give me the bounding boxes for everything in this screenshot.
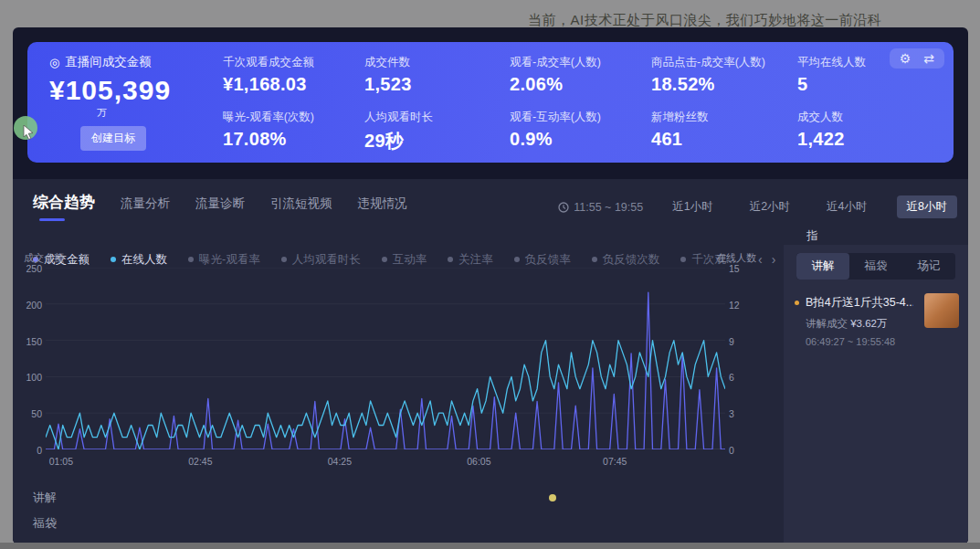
axis-tick-label: 150 xyxy=(26,335,42,346)
kpi-metric: 成交人数 1,422 xyxy=(797,110,936,150)
kpi-main-unit: 万 xyxy=(97,106,223,120)
cursor-highlight xyxy=(14,116,37,140)
tab-short-video[interactable]: 引流短视频 xyxy=(270,195,332,220)
trend-chart xyxy=(46,268,725,449)
kpi-column: 观看-成交率(人数) 2.06% 观看-互动率(人数) 0.9% xyxy=(510,55,648,150)
left-axis-ticks: 050100150200250 xyxy=(13,268,42,449)
legend-dot xyxy=(514,257,520,262)
clock-icon xyxy=(558,202,569,213)
legend-item-interaction[interactable]: 互动率 xyxy=(382,252,427,268)
range-2h-button[interactable]: 近2小时 xyxy=(743,195,797,218)
side-tab-scene-log[interactable]: 场记 xyxy=(902,253,955,280)
bottom-edge xyxy=(0,543,980,549)
product-thumbnail xyxy=(924,293,959,328)
kpi-main-metric: ◎ 直播间成交金额 ¥105,399 万 创建目标 xyxy=(49,54,223,151)
legend-item-negative-rate[interactable]: 负反馈率 xyxy=(514,252,571,268)
kpi-metric: 成交件数 1,523 xyxy=(364,55,503,95)
product-title: B拍4斤送1斤共35-4... xyxy=(806,295,913,311)
legend-dot xyxy=(592,257,597,262)
legend-item-exposure-view[interactable]: 曝光-观看率 xyxy=(188,252,260,268)
dashboard-panel: ◎ 直播间成交金额 ¥105,399 万 创建目标 千次观看成交金额 ¥1,16… xyxy=(13,27,968,544)
kpi-main-label: 直播间成交金额 xyxy=(65,54,152,70)
tab-traffic-analysis[interactable]: 流量分析 xyxy=(121,195,170,220)
gear-icon[interactable]: ⚙ xyxy=(900,51,912,66)
x-axis-tick-label: 01:05 xyxy=(49,456,73,467)
kpi-metric: 观看-成交率(人数) 2.06% xyxy=(510,55,648,95)
target-icon: ◎ xyxy=(49,56,59,69)
legend-dot xyxy=(281,257,287,262)
x-axis-tick-label: 06:05 xyxy=(467,456,490,467)
section-tabs: 综合趋势 流量分析 流量诊断 引流短视频 违规情况 xyxy=(33,192,407,221)
side-panel: 讲解 福袋 场记 B拍4斤送1斤共35-4... 讲解成交 ¥3.62万 06:… xyxy=(784,245,968,544)
side-panel-tabs: 讲解 福袋 场记 xyxy=(796,253,955,280)
legend-item-online[interactable]: 在线人数 xyxy=(111,252,167,268)
legend-item-negative-count[interactable]: 负反馈次数 xyxy=(592,252,660,268)
legend-dot xyxy=(680,257,686,262)
legend-dot xyxy=(188,257,194,262)
legend-dot xyxy=(448,257,453,262)
x-axis-tick-label: 07:45 xyxy=(603,456,627,467)
chart-canvas xyxy=(46,268,725,449)
create-goal-button[interactable]: 创建目标 xyxy=(80,126,146,151)
axis-tick-label: 3 xyxy=(729,408,734,419)
x-axis-ticks: 01:0502:4504:2506:0507:45 xyxy=(46,456,725,469)
range-8h-button[interactable]: 近8小时 xyxy=(897,195,957,218)
screen: 当前，AI技术正处于风口浪尖，我们巧妙地将这一前沿科 ◎ 直播间成交金额 ¥10… xyxy=(0,0,980,549)
kpi-metric: 曝光-观看率(次数) 17.08% xyxy=(223,110,362,150)
axis-tick-label: 100 xyxy=(26,372,42,383)
kpi-metric: 观看-互动率(人数) 0.9% xyxy=(510,110,648,150)
legend-dot xyxy=(382,257,387,262)
product-deal-value: ¥3.62万 xyxy=(850,318,887,329)
legend-dot xyxy=(111,257,116,262)
mouse-pointer-icon xyxy=(23,125,36,140)
range-1h-button[interactable]: 近1小时 xyxy=(665,195,720,218)
side-tab-lucky-bag[interactable]: 福袋 xyxy=(849,253,902,280)
legend-pager: ‹ › xyxy=(758,252,775,267)
time-range-row: 11:55 ~ 19:55 近1小时 近2小时 近4小时 近8小时 xyxy=(558,195,957,218)
track-label-explain: 讲解 xyxy=(33,490,57,506)
time-range-label: 11:55 ~ 19:55 xyxy=(558,201,643,214)
kpi-panel: ◎ 直播间成交金额 ¥105,399 万 创建目标 千次观看成交金额 ¥1,16… xyxy=(27,42,954,163)
kpi-column: 商品点击-成交率(人数) 18.52% 新增粉丝数 461 xyxy=(651,55,790,150)
series-line-right xyxy=(46,341,725,449)
axis-tick-label: 250 xyxy=(26,263,42,274)
axis-tick-label: 15 xyxy=(729,263,740,274)
legend-item-follow[interactable]: 关注率 xyxy=(448,252,493,268)
x-axis-tick-label: 02:45 xyxy=(188,456,212,467)
explain-event-marker[interactable] xyxy=(549,494,556,501)
right-axis-ticks: 03691215 xyxy=(729,268,756,449)
axis-tick-label: 0 xyxy=(37,445,42,456)
kpi-main-value: ¥105,399 xyxy=(49,75,223,106)
axis-tick-label: 9 xyxy=(729,335,734,346)
axis-tick-label: 0 xyxy=(729,445,734,456)
product-time-range: 06:49:27 ~ 19:55:48 xyxy=(806,336,959,347)
x-axis-tick-label: 04:25 xyxy=(328,456,352,467)
kpi-actions: ⚙ ⇄ xyxy=(890,48,944,69)
kpi-metric: 商品点击-成交率(人数) 18.52% xyxy=(651,55,790,95)
side-tab-explain[interactable]: 讲解 xyxy=(796,253,849,280)
track-label-lucky-bag: 福袋 xyxy=(33,515,57,532)
kpi-column: 平均在线人数 5 成交人数 1,422 xyxy=(797,55,936,150)
kpi-metric: 人均观看时长 29秒 xyxy=(364,110,503,153)
legend-item-avg-watch[interactable]: 人均观看时长 xyxy=(281,252,361,268)
range-4h-button[interactable]: 近4小时 xyxy=(819,195,874,218)
axis-tick-label: 12 xyxy=(729,299,740,310)
axis-tick-label: 6 xyxy=(729,372,734,383)
kpi-column: 千次观看成交金额 ¥1,168.03 曝光-观看率(次数) 17.08% xyxy=(223,55,362,150)
tab-composite-trend[interactable]: 综合趋势 xyxy=(33,192,95,221)
kpi-metric: 新增粉丝数 461 xyxy=(651,110,790,150)
bullet-dot-icon xyxy=(795,301,799,305)
tab-traffic-diagnosis[interactable]: 流量诊断 xyxy=(195,195,245,220)
tab-violations[interactable]: 违规情况 xyxy=(358,195,407,220)
kpi-metric: 千次观看成交金额 ¥1,168.03 xyxy=(223,55,362,95)
legend-next-icon[interactable]: › xyxy=(772,252,776,267)
swap-icon[interactable]: ⇄ xyxy=(923,51,934,66)
legend-prev-icon[interactable]: ‹ xyxy=(758,252,763,267)
axis-tick-label: 50 xyxy=(31,408,42,419)
explained-product-item[interactable]: B拍4斤送1斤共35-4... 讲解成交 ¥3.62万 06:49:27 ~ 1… xyxy=(798,295,959,347)
axis-tick-label: 200 xyxy=(26,299,42,310)
kpi-column: 成交件数 1,523 人均观看时长 29秒 xyxy=(364,55,503,153)
